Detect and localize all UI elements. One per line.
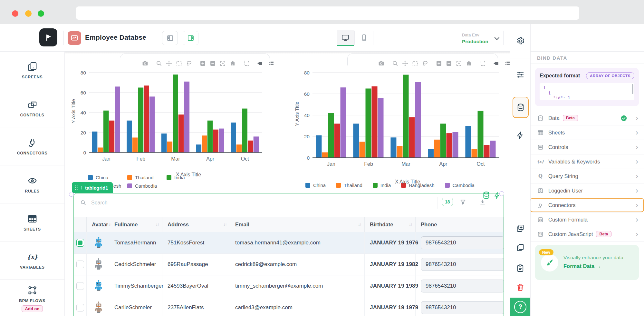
modebar-box-select-icon[interactable] [176, 60, 182, 67]
phone-value[interactable]: 9876543210 [421, 301, 504, 314]
url-input[interactable] [76, 6, 579, 20]
modebar-autoscale-icon[interactable] [219, 60, 226, 67]
modebar-reset-axes-icon[interactable] [466, 60, 472, 67]
app-logo[interactable] [39, 28, 57, 46]
phone-value[interactable]: 9876543210 [421, 236, 504, 249]
selected-control-badge[interactable]: ↑ tablegrid1 [72, 182, 113, 193]
modebar-zoom-icon[interactable] [392, 60, 399, 67]
bind-option-custom-javascript[interactable]: JS Custom JavaScript Beta › [530, 227, 644, 242]
mobile-layout-button[interactable] [183, 31, 198, 45]
sidebar-item-rules[interactable]: RULES [0, 165, 64, 203]
table-row[interactable]: TimmySchamberger 24593BayerOval timmy_sc… [74, 275, 504, 297]
modebar-zoom-in-icon[interactable] [436, 60, 442, 67]
sort-icon[interactable]: ↓↑ [223, 222, 226, 227]
modebar-zoom-icon[interactable] [156, 60, 162, 67]
window-close-button[interactable] [12, 10, 18, 17]
format-example-code[interactable]: [ { "id": 1 [540, 83, 634, 100]
modebar-pan-icon[interactable] [402, 60, 409, 67]
format-data-link[interactable]: Format Data → [563, 263, 601, 269]
column-header-email[interactable]: Email↓↑ [230, 217, 365, 232]
modebar-lasso-icon[interactable] [186, 60, 192, 67]
sort-icon[interactable]: ↓↑ [358, 222, 361, 227]
sidebar-item-bpm-flows[interactable]: BPM FLOWS Add on [0, 280, 64, 316]
sidebar-item-screens[interactable]: SCREENS [0, 51, 64, 89]
modebar-reset-axes-icon[interactable] [229, 60, 236, 67]
bind-option-sheets[interactable]: Sheets › [530, 125, 644, 140]
bind-option-variables-keywords[interactable]: {x} Variables & Keywords › [530, 154, 644, 169]
tool-bind-data[interactable] [513, 97, 529, 118]
legend-item-china[interactable]: China [305, 181, 326, 189]
mobile-preview-toggle[interactable] [356, 30, 372, 45]
drag-handle-icon[interactable] [74, 185, 78, 191]
column-header-fullname[interactable]: Fullname↓↑ [109, 217, 162, 232]
column-header-avatar[interactable]: Avatar↓↑ [87, 217, 109, 232]
modebar-zoom-out-icon[interactable] [209, 60, 216, 67]
row-checkbox[interactable] [76, 239, 84, 247]
bar-chart-2[interactable]: 020406080Y Axis TitleJanFebMarAprOct [294, 67, 503, 169]
sidebar-item-controls[interactable]: CONTROLS [0, 89, 64, 127]
column-header-address[interactable]: Address↓↑ [162, 217, 230, 232]
window-minimize-button[interactable] [25, 10, 32, 17]
table-row[interactable]: CedrickSchmeler 695RauPassage cedrick89@… [74, 254, 504, 275]
legend-item-china[interactable]: China [88, 173, 127, 182]
filter-icon[interactable] [459, 199, 466, 206]
bind-option-loggedin-user[interactable]: Loggedin User › [530, 183, 644, 198]
row-checkbox[interactable] [76, 261, 84, 268]
bind-option-controls[interactable]: Controls › [530, 140, 644, 154]
desktop-layout-button[interactable] [162, 31, 178, 45]
legend-item-cambodia[interactable]: Cambodia [127, 182, 167, 190]
modebar-zoom-in-icon[interactable] [199, 60, 206, 67]
modebar-hover-compare-icon[interactable] [504, 60, 510, 67]
row-checkbox[interactable] [76, 304, 84, 311]
modebar-snapshot-icon[interactable] [142, 60, 149, 67]
table-row[interactable]: TomasaHermann 751KossForest tomasa.herma… [74, 232, 504, 254]
modebar-hover-compare-icon[interactable] [268, 60, 274, 67]
bind-option-custom-formula[interactable]: fx Custom Formula › [530, 212, 644, 227]
search-input[interactable] [91, 197, 317, 208]
table-row[interactable]: CarlieSchmeler 2375AllenFlats carlie43@e… [74, 297, 504, 316]
data-env-value[interactable]: Production [462, 39, 488, 44]
sidebar-item-variables[interactable]: {x} VARIABLES [0, 242, 64, 280]
modebar-hover-closest-icon[interactable] [493, 60, 499, 67]
tool-copy[interactable] [516, 243, 525, 252]
resize-handle[interactable] [69, 192, 74, 197]
bind-option-query-string[interactable]: Q Query String › [530, 169, 644, 183]
tool-settings[interactable] [516, 36, 525, 45]
desktop-preview-toggle[interactable] [337, 30, 354, 46]
tool-delete[interactable] [516, 283, 525, 292]
modebar-lasso-icon[interactable] [422, 60, 428, 67]
scrollbar-thumb[interactable] [632, 84, 633, 94]
modebar-autoscale-icon[interactable] [456, 60, 462, 67]
select-parent-icon[interactable]: ↑ [80, 185, 83, 191]
modebar-spikelines-icon[interactable] [479, 60, 486, 67]
tool-add[interactable] [516, 224, 525, 233]
row-count-badge[interactable]: 18 [442, 198, 453, 206]
legend-item-thailand[interactable]: Thailand [127, 173, 167, 182]
column-header-birthdate[interactable]: Birthdate↓↑ [365, 217, 416, 232]
phone-value[interactable]: 9876543210 [421, 280, 504, 292]
legend-item-cambodia[interactable]: Cambodia [445, 181, 475, 189]
bind-option-data[interactable]: Data Beta › [530, 111, 644, 125]
download-icon[interactable] [479, 199, 486, 206]
help-button[interactable]: ? [510, 298, 530, 316]
modebar-snapshot-icon[interactable] [378, 60, 385, 67]
modebar-spikelines-icon[interactable] [243, 60, 250, 67]
bind-option-connectors[interactable]: Connectors › [530, 198, 644, 212]
sidebar-item-connectors[interactable]: CONNECTORS [0, 127, 64, 165]
tool-actions[interactable] [516, 131, 525, 140]
tool-properties[interactable] [516, 70, 525, 79]
sidebar-item-sheets[interactable]: SHEETS [0, 203, 64, 242]
sort-icon[interactable]: ↓↑ [156, 222, 159, 227]
legend-item-thailand[interactable]: Thailand [336, 181, 362, 189]
actions-quick-icon[interactable] [493, 192, 501, 200]
row-checkbox[interactable] [76, 282, 84, 290]
modebar-hover-closest-icon[interactable] [256, 60, 263, 67]
window-maximize-button[interactable] [38, 10, 44, 17]
bar-chart-1[interactable]: 020406080Y Axis TitleJanFebMarAprOct [70, 67, 265, 163]
legend-item-india[interactable]: India [373, 181, 391, 189]
chevron-down-icon[interactable] [495, 35, 500, 40]
bind-data-quick-icon[interactable] [482, 191, 491, 200]
modebar-box-select-icon[interactable] [412, 60, 418, 67]
column-header-phone[interactable]: Phone [416, 217, 504, 232]
modebar-pan-icon[interactable] [166, 60, 172, 67]
